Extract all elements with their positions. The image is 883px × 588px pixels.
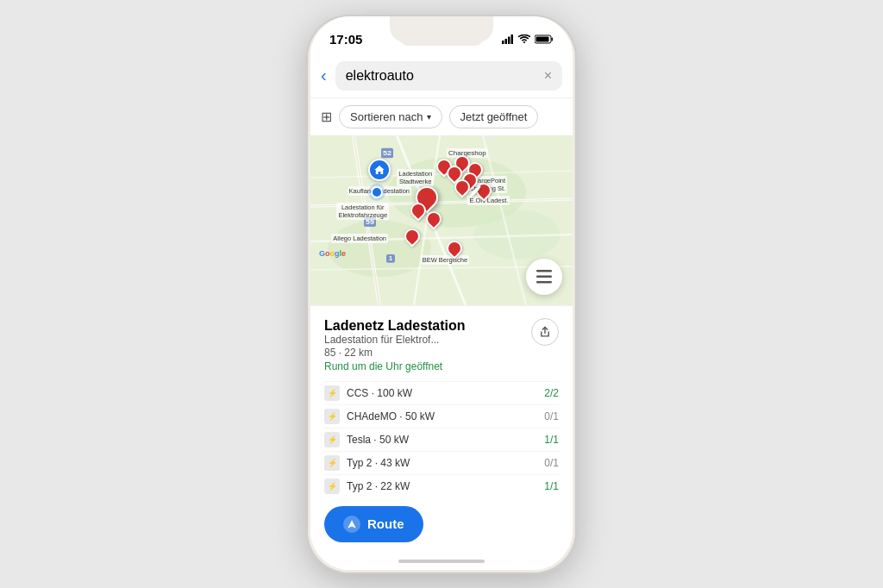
home-pin (368, 159, 391, 181)
charger-icon-chademo: ⚡ (324, 409, 340, 424)
svg-text:1: 1 (389, 255, 392, 262)
share-button[interactable] (531, 318, 559, 346)
charger-avail-ccs: 2/2 (544, 387, 559, 399)
phone-notch (390, 16, 493, 42)
phone-device: 17:05 (308, 16, 575, 572)
search-bar: ‹ elektroauto × (310, 54, 573, 98)
map-background: 59 52 1 Chargeshop LadestationStadtwerke… (310, 135, 573, 305)
home-indicator (310, 553, 573, 570)
charger-icon-ccs: ⚡ (324, 385, 340, 401)
wifi-icon (518, 34, 530, 44)
map-pin-10[interactable] (426, 211, 442, 227)
home-bar (398, 560, 485, 563)
svg-rect-3 (511, 34, 514, 44)
status-icons (502, 34, 554, 44)
label-bew: BEW Bergische (421, 255, 470, 265)
charger-avail-tesla: 1/1 (544, 434, 559, 446)
svg-rect-2 (508, 37, 510, 45)
charger-avail-typ2-43: 0/1 (544, 457, 559, 469)
charger-avail-typ2-22: 1/1 (544, 480, 559, 492)
search-query: elektroauto (346, 68, 414, 84)
station-distance: 85 · 22 km (324, 347, 466, 359)
charger-row-ccs: ⚡ CCS · 100 kW 2/2 (324, 381, 559, 404)
charger-label-typ2-43: Typ 2 · 43 kW (347, 457, 544, 469)
charger-row-typ2-22: ⚡ Typ 2 · 22 kW 1/1 (324, 474, 559, 497)
route-icon (343, 516, 360, 533)
svg-marker-30 (348, 520, 356, 529)
svg-rect-1 (505, 39, 508, 44)
home-icon (373, 164, 385, 176)
map-pin-11[interactable] (404, 228, 420, 244)
svg-rect-29 (536, 281, 552, 284)
google-logo: Google (319, 249, 346, 258)
station-title: Ladenetz Ladestation (324, 318, 466, 334)
filter-bar: ⊞ Sortieren nach ▾ Jetzt geöffnet (310, 98, 573, 135)
user-location-dot (371, 186, 383, 198)
status-time: 17:05 (329, 32, 362, 47)
search-input-box[interactable]: elektroauto × (335, 61, 562, 91)
signal-icon (502, 34, 514, 44)
sort-label: Sortieren nach (350, 110, 423, 123)
charger-label-tesla: Tesla · 50 kW (347, 434, 544, 446)
battery-icon (535, 34, 554, 44)
share-icon (539, 326, 551, 338)
svg-rect-5 (552, 38, 554, 41)
label-ladefz: Ladestation fürElektrofahrzeuge (336, 203, 389, 220)
info-card-header: Ladenetz Ladestation Ladestation für Ele… (324, 318, 559, 379)
svg-rect-27 (536, 270, 552, 272)
route-button[interactable]: Route (324, 506, 423, 542)
map-pin-12[interactable] (447, 241, 462, 256)
map-list-toggle-button[interactable] (526, 259, 562, 295)
map-pin-9[interactable] (410, 203, 426, 218)
label-allego: Allego Ladestation (331, 234, 388, 243)
charger-icon-typ2-22: ⚡ (324, 479, 340, 494)
charger-row-tesla: ⚡ Tesla · 50 kW 1/1 (324, 428, 559, 451)
map-area[interactable]: 59 52 1 Chargeshop LadestationStadtwerke… (310, 135, 573, 305)
charger-list: ⚡ CCS · 100 kW 2/2 ⚡ CHAdeMO · 50 kW 0/1… (324, 381, 559, 497)
list-icon (536, 270, 552, 284)
route-label: Route (367, 516, 404, 531)
info-card-title-block: Ladenetz Ladestation Ladestation für Ele… (324, 318, 466, 379)
svg-text:52: 52 (383, 150, 391, 157)
charger-label-chademo: CHAdeMO · 50 kW (347, 410, 544, 422)
station-subtitle: Ladestation für Elektrof... (324, 334, 466, 346)
back-button[interactable]: ‹ (321, 66, 327, 85)
chevron-down-icon: ▾ (427, 112, 431, 122)
map-pin-8[interactable] (467, 190, 483, 193)
filter-sliders-icon[interactable]: ⊞ (321, 109, 332, 125)
charger-icon-typ2-43: ⚡ (324, 455, 340, 471)
open-now-button[interactable]: Jetzt geöffnet (449, 105, 539, 128)
charger-row-typ2-43: ⚡ Typ 2 · 43 kW 0/1 (324, 451, 559, 474)
phone-screen: 17:05 (310, 16, 573, 570)
charger-avail-chademo: 0/1 (544, 410, 559, 422)
station-open-status: Rund um die Uhr geöffnet (324, 360, 466, 372)
sort-button[interactable]: Sortieren nach ▾ (339, 105, 442, 128)
svg-rect-28 (536, 275, 552, 278)
charger-label-ccs: CCS · 100 kW (347, 387, 544, 399)
charger-row-chademo: ⚡ CHAdeMO · 50 kW 0/1 (324, 404, 559, 428)
charger-icon-tesla: ⚡ (324, 432, 340, 447)
charger-label-typ2-22: Typ 2 · 22 kW (347, 480, 544, 492)
navigation-icon (347, 519, 357, 529)
label-stadtwerke: LadestationStadtwerke (397, 169, 434, 186)
svg-rect-0 (502, 41, 504, 44)
open-now-label: Jetzt geöffnet (460, 110, 528, 123)
clear-button[interactable]: × (544, 68, 552, 84)
info-card: Ladenetz Ladestation Ladestation für Ele… (310, 305, 573, 553)
svg-rect-6 (536, 37, 549, 42)
